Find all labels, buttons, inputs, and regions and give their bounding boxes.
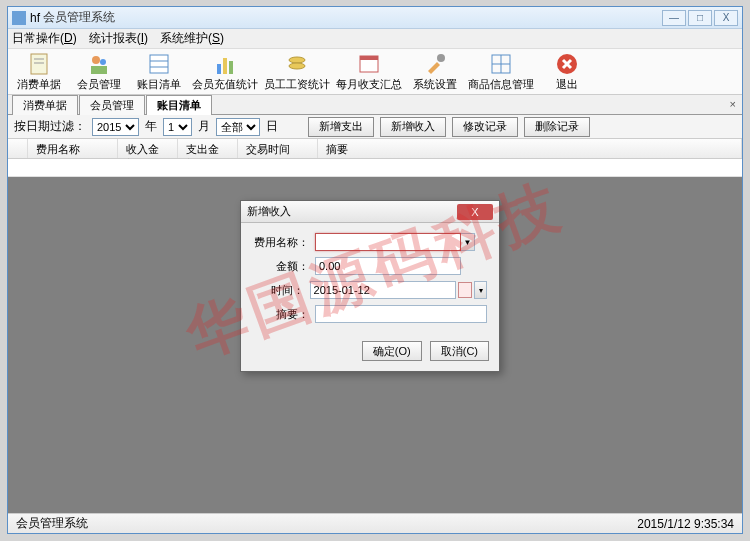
- table-row: [8, 159, 742, 177]
- grid-header: 费用名称 收入金额 支出金额 交易时间 摘要: [8, 139, 742, 159]
- svg-point-4: [100, 59, 106, 65]
- tb-consume-bill[interactable]: 消费单据: [12, 52, 66, 92]
- dialog-close-button[interactable]: X: [457, 204, 493, 220]
- tb-recharge-stats[interactable]: 会员充值统计: [192, 52, 258, 92]
- svg-point-3: [92, 56, 100, 64]
- titlebar: hf 会员管理系统 — □ X: [8, 7, 742, 29]
- svg-rect-0: [31, 54, 47, 74]
- svg-rect-10: [223, 58, 227, 74]
- time-input[interactable]: [310, 281, 456, 299]
- svg-point-16: [437, 54, 445, 62]
- tabstrip: 消费单据 会员管理 账目清单 ×: [8, 95, 742, 115]
- amount-label: 金额：: [253, 259, 309, 274]
- tools-icon: [423, 52, 447, 76]
- dialog-footer: 确定(O) 取消(C): [241, 335, 499, 371]
- chart-bar-icon: [213, 52, 237, 76]
- summary-label: 摘要：: [253, 307, 309, 322]
- menu-reports[interactable]: 统计报表(I): [89, 30, 148, 47]
- delete-record-button[interactable]: 删除记录: [524, 117, 590, 137]
- fee-name-label: 费用名称：: [253, 235, 309, 250]
- time-label: 时间：: [253, 283, 304, 298]
- col-expense[interactable]: 支出金额: [178, 139, 238, 158]
- close-circle-icon: [555, 52, 579, 76]
- dialog-title: 新增收入: [247, 204, 457, 219]
- svg-rect-6: [150, 55, 168, 73]
- new-expense-button[interactable]: 新增支出: [308, 117, 374, 137]
- dialog-body: 费用名称： ▼ 金额： 时间： ▾ 摘要：: [241, 223, 499, 335]
- status-time: 2015/1/12 9:35:34: [637, 517, 734, 531]
- date-picker-icon[interactable]: [458, 282, 473, 298]
- tab-member-mgmt[interactable]: 会员管理: [79, 95, 145, 115]
- maximize-button[interactable]: □: [688, 10, 712, 26]
- tb-exit[interactable]: 退出: [540, 52, 594, 92]
- tb-member-mgmt[interactable]: 会员管理: [72, 52, 126, 92]
- tab-account-list[interactable]: 账目清单: [146, 95, 212, 115]
- grid-icon: [489, 52, 513, 76]
- close-button[interactable]: X: [714, 10, 738, 26]
- svg-rect-11: [229, 61, 233, 74]
- modify-record-button[interactable]: 修改记录: [452, 117, 518, 137]
- fee-name-input[interactable]: [315, 233, 461, 251]
- tb-settings[interactable]: 系统设置: [408, 52, 462, 92]
- tab-consume-bill[interactable]: 消费单据: [12, 95, 78, 115]
- ledger-icon: [147, 52, 171, 76]
- minimize-button[interactable]: —: [662, 10, 686, 26]
- summary-input[interactable]: [315, 305, 487, 323]
- tabstrip-close-icon[interactable]: ×: [730, 98, 736, 110]
- month-select[interactable]: 1: [163, 118, 192, 136]
- toolbar: 消费单据 会员管理 账目清单 会员充值统计 员工工资统计 每月收支汇总 系统设置…: [8, 49, 742, 95]
- menu-daily[interactable]: 日常操作(D): [12, 30, 77, 47]
- amount-input[interactable]: [315, 257, 461, 275]
- tb-salary-stats[interactable]: 员工工资统计: [264, 52, 330, 92]
- col-income[interactable]: 收入金额: [118, 139, 178, 158]
- col-summary[interactable]: 摘要: [318, 139, 742, 158]
- fee-name-dropdown-icon[interactable]: ▼: [461, 233, 475, 251]
- svg-rect-5: [91, 66, 107, 74]
- app-icon: [12, 11, 26, 25]
- svg-rect-9: [217, 64, 221, 74]
- time-dropdown-icon[interactable]: ▾: [474, 281, 487, 299]
- svg-rect-15: [360, 56, 378, 60]
- svg-point-12: [289, 57, 305, 63]
- ok-button[interactable]: 确定(O): [362, 341, 422, 361]
- app-prefix: hf: [30, 11, 40, 25]
- col-time[interactable]: 交易时间: [238, 139, 318, 158]
- scope-select[interactable]: 全部: [216, 118, 260, 136]
- cancel-button[interactable]: 取消(C): [430, 341, 489, 361]
- menubar: 日常操作(D) 统计报表(I) 系统维护(S): [8, 29, 742, 49]
- filter-bar: 按日期过滤： 2015 年 1 月 全部 日 新增支出 新增收入 修改记录 删除…: [8, 115, 742, 139]
- year-select[interactable]: 2015: [92, 118, 139, 136]
- calendar-money-icon: [357, 52, 381, 76]
- statusbar: 会员管理系统 2015/1/12 9:35:34: [8, 513, 742, 533]
- dialog-titlebar: 新增收入 X: [241, 201, 499, 223]
- new-income-button[interactable]: 新增收入: [380, 117, 446, 137]
- filter-label: 按日期过滤：: [14, 118, 86, 135]
- window-title: 会员管理系统: [43, 9, 660, 26]
- menu-maintenance[interactable]: 系统维护(S): [160, 30, 224, 47]
- tb-product-mgmt[interactable]: 商品信息管理: [468, 52, 534, 92]
- tb-account-list[interactable]: 账目清单: [132, 52, 186, 92]
- coins-icon: [285, 52, 309, 76]
- receipt-icon: [27, 52, 51, 76]
- status-left: 会员管理系统: [16, 515, 88, 532]
- users-icon: [87, 52, 111, 76]
- new-income-dialog: 新增收入 X 费用名称： ▼ 金额： 时间： ▾ 摘要： 确定(O) 取消(C): [240, 200, 500, 372]
- tb-monthly-summary[interactable]: 每月收支汇总: [336, 52, 402, 92]
- svg-point-13: [289, 63, 305, 69]
- col-fee-name[interactable]: 费用名称: [28, 139, 118, 158]
